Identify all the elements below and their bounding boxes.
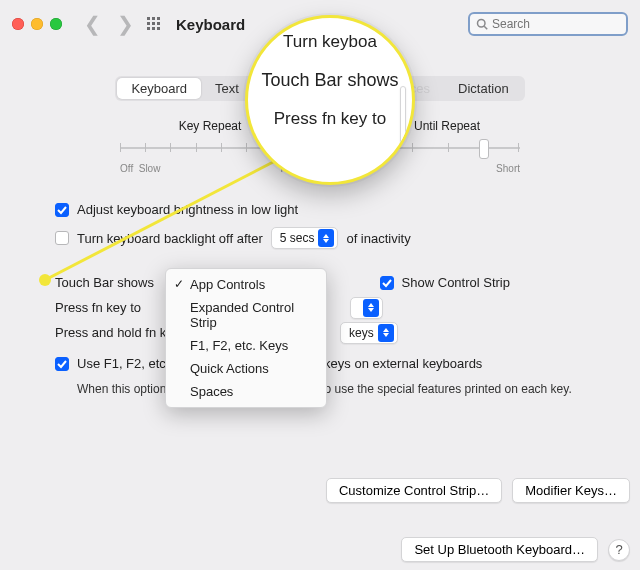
tab-dictation[interactable]: Dictation <box>444 78 523 99</box>
show-control-strip-label: Show Control Strip <box>402 275 510 290</box>
show-all-icon[interactable] <box>146 16 162 32</box>
menu-item-quick-actions[interactable]: Quick Actions <box>166 357 326 380</box>
touch-bar-shows-menu[interactable]: App Controls Expanded Control Strip F1, … <box>165 268 327 408</box>
svg-rect-6 <box>147 27 150 30</box>
customize-control-strip-button[interactable]: Customize Control Strip… <box>326 478 502 503</box>
back-button[interactable]: ❮ <box>80 12 105 36</box>
menu-item-app-controls[interactable]: App Controls <box>166 273 326 296</box>
svg-rect-8 <box>157 27 160 30</box>
close-window[interactable] <box>12 18 24 30</box>
adjust-brightness-checkbox[interactable] <box>55 203 69 217</box>
stepper-icon <box>378 324 394 342</box>
backlight-off-checkbox[interactable] <box>55 231 69 245</box>
press-fn-label: Press fn key to <box>55 300 141 315</box>
callout-anchor <box>39 274 51 286</box>
backlight-timeout-select[interactable]: 5 secs <box>271 227 339 249</box>
adjust-brightness-label: Adjust keyboard brightness in low light <box>77 202 298 217</box>
svg-rect-2 <box>157 17 160 20</box>
modifier-keys-button[interactable]: Modifier Keys… <box>512 478 630 503</box>
svg-rect-0 <box>147 17 150 20</box>
press-fn-select[interactable] <box>350 297 383 319</box>
window-title: Keyboard <box>176 16 245 33</box>
svg-point-9 <box>478 20 486 28</box>
svg-rect-3 <box>147 22 150 25</box>
backlight-off-label: Turn keyboard backlight off after <box>77 231 263 246</box>
search-icon <box>476 18 488 30</box>
menu-item-f-keys[interactable]: F1, F2, etc. Keys <box>166 334 326 357</box>
show-control-strip-checkbox[interactable] <box>380 276 394 290</box>
svg-rect-5 <box>157 22 160 25</box>
use-fn-keys-checkbox[interactable] <box>55 357 69 371</box>
menu-item-spaces[interactable]: Spaces <box>166 380 326 403</box>
svg-rect-7 <box>152 27 155 30</box>
help-button[interactable]: ? <box>608 539 630 561</box>
backlight-off-suffix: of inactivity <box>346 231 410 246</box>
svg-line-10 <box>484 26 487 29</box>
stepper-icon <box>363 299 379 317</box>
zoom-window[interactable] <box>50 18 62 30</box>
svg-rect-4 <box>152 22 155 25</box>
tab-keyboard[interactable]: Keyboard <box>117 78 201 99</box>
touch-bar-shows-label: Touch Bar shows <box>55 275 154 290</box>
window-controls <box>12 18 62 30</box>
bottom-buttons-2: Set Up Bluetooth Keyboard… ? <box>401 537 630 562</box>
bottom-buttons-1: Customize Control Strip… Modifier Keys… <box>326 478 630 503</box>
stepper-icon <box>318 229 334 247</box>
use-fn-keys-hint: When this option is selected, press the … <box>77 381 598 398</box>
svg-rect-1 <box>152 17 155 20</box>
forward-button[interactable]: ❯ <box>113 12 138 36</box>
menu-item-expanded-strip[interactable]: Expanded Control Strip <box>166 296 326 334</box>
bluetooth-keyboard-button[interactable]: Set Up Bluetooth Keyboard… <box>401 537 598 562</box>
press-hold-fn-select[interactable]: keys <box>340 322 398 344</box>
search-field[interactable] <box>468 12 628 36</box>
minimize-window[interactable] <box>31 18 43 30</box>
callout-magnifier: Turn keyboa Touch Bar shows Press fn key… <box>245 15 415 185</box>
search-input[interactable] <box>492 17 640 31</box>
